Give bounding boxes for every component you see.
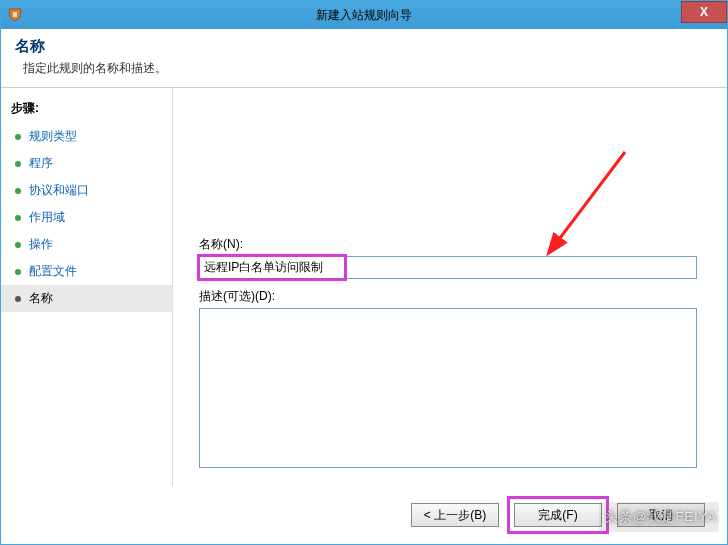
window-title: 新建入站规则向导	[1, 7, 727, 24]
name-highlight: 远程IP白名单访问限制	[197, 254, 347, 281]
step-label: 协议和端口	[29, 182, 89, 199]
bullet-icon	[15, 242, 21, 248]
svg-line-1	[557, 152, 625, 242]
bullet-icon	[15, 134, 21, 140]
bullet-icon	[15, 296, 21, 302]
description-input[interactable]	[199, 308, 697, 468]
bullet-icon	[15, 161, 21, 167]
wizard-header: 名称 指定此规则的名称和描述。	[1, 29, 727, 88]
step-label: 配置文件	[29, 263, 77, 280]
step-label: 规则类型	[29, 128, 77, 145]
step-label: 名称	[29, 290, 53, 307]
description-field-group: 描述(可选)(D):	[199, 288, 697, 471]
bullet-icon	[15, 188, 21, 194]
description-label: 描述(可选)(D):	[199, 288, 697, 305]
step-action[interactable]: 操作	[1, 231, 172, 258]
wizard-window: 新建入站规则向导 X 名称 指定此规则的名称和描述。 步骤: 规则类型 程序 协…	[0, 0, 728, 545]
steps-heading: 步骤:	[1, 96, 172, 123]
name-label: 名称(N):	[199, 236, 697, 253]
steps-sidebar: 步骤: 规则类型 程序 协议和端口 作用域 操作 配置文件 名称	[1, 88, 173, 495]
close-icon: X	[700, 5, 708, 19]
name-input-wrapper: 远程IP白名单访问限制	[199, 256, 697, 279]
page-subtitle: 指定此规则的名称和描述。	[23, 60, 713, 77]
name-field-group: 名称(N): 远程IP白名单访问限制	[199, 236, 697, 279]
step-label: 程序	[29, 155, 53, 172]
cancel-button[interactable]: 取消	[617, 503, 705, 527]
bullet-icon	[15, 215, 21, 221]
close-button[interactable]: X	[681, 1, 727, 23]
wizard-footer: < 上一步(B) 完成(F) 取消	[1, 486, 727, 544]
step-label: 作用域	[29, 209, 65, 226]
finish-highlight: 完成(F)	[507, 496, 609, 534]
step-rule-type[interactable]: 规则类型	[1, 123, 172, 150]
step-scope[interactable]: 作用域	[1, 204, 172, 231]
back-button[interactable]: < 上一步(B)	[411, 503, 499, 527]
finish-button[interactable]: 完成(F)	[514, 503, 602, 527]
step-profile[interactable]: 配置文件	[1, 258, 172, 285]
name-input-text[interactable]: 远程IP白名单访问限制	[204, 259, 323, 276]
step-label: 操作	[29, 236, 53, 253]
wizard-body: 步骤: 规则类型 程序 协议和端口 作用域 操作 配置文件 名称 名称(N): …	[1, 88, 727, 495]
bullet-icon	[15, 269, 21, 275]
step-protocol-ports[interactable]: 协议和端口	[1, 177, 172, 204]
titlebar: 新建入站规则向导 X	[1, 1, 727, 29]
step-name[interactable]: 名称	[1, 285, 172, 312]
step-program[interactable]: 程序	[1, 150, 172, 177]
name-input-rest[interactable]	[347, 257, 696, 278]
page-title: 名称	[15, 37, 713, 56]
wizard-main: 名称(N): 远程IP白名单访问限制 描述(可选)(D):	[173, 88, 727, 495]
